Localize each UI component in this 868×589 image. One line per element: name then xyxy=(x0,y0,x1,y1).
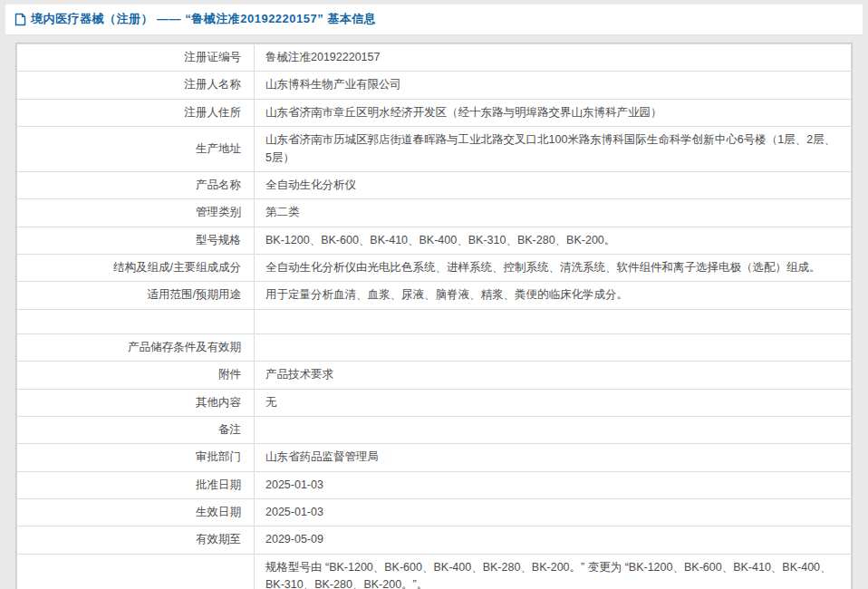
table-row: 产品名称全自动生化分析仪 xyxy=(17,171,852,198)
table-row xyxy=(17,309,852,333)
row-value: 山东博科生物产业有限公司 xyxy=(255,72,852,99)
row-label: 注册人名称 xyxy=(17,72,255,99)
row-label: 附件 xyxy=(17,362,255,389)
table-row: 注册人住所山东省济南市章丘区明水经济开发区（经十东路与明埠路交界山东博科产业园） xyxy=(17,99,852,126)
table-row: 适用范围/预期用途用于定量分析血清、血浆、尿液、脑脊液、精浆、粪便的临床化学成分… xyxy=(17,282,852,309)
table-row: 批准日期2025-01-03 xyxy=(17,471,852,498)
row-value: 山东省济南市章丘区明水经济开发区（经十东路与明埠路交界山东博科产业园） xyxy=(255,99,852,126)
registration-info-panel: 注册证编号鲁械注准20192220157注册人名称山东博科生物产业有限公司注册人… xyxy=(15,43,853,589)
row-value: 山东省药品监督管理局 xyxy=(255,444,852,471)
row-label: 产品储存条件及有效期 xyxy=(17,333,255,361)
row-label: 有效期至 xyxy=(17,526,255,554)
table-row: 型号规格BK-1200、BK-600、BK-410、BK-400、BK-310、… xyxy=(17,227,852,254)
table-row: 管理类别第二类 xyxy=(17,199,852,227)
row-label: 批准日期 xyxy=(17,471,255,498)
row-label: 变更情况 xyxy=(17,554,255,589)
row-value xyxy=(255,333,852,361)
table-row: 其他内容无 xyxy=(17,389,852,416)
row-value: 全自动生化分析仪由光电比色系统、进样系统、控制系统、清洗系统、软件组件和离子选择… xyxy=(255,255,852,282)
row-value: 鲁械注准20192220157 xyxy=(255,44,852,72)
table-row: 注册人名称山东博科生物产业有限公司 xyxy=(17,72,852,99)
row-label: 型号规格 xyxy=(17,227,255,254)
row-value: 无 xyxy=(255,389,852,416)
table-row: 附件产品技术要求 xyxy=(17,362,852,389)
row-value: 全自动生化分析仪 xyxy=(255,171,852,198)
row-value: 2025-01-03 xyxy=(255,499,852,526)
row-label: 注册证编号 xyxy=(17,44,255,72)
table-row: 生效日期2025-01-03 xyxy=(17,499,852,526)
row-label: 生产地址 xyxy=(17,127,255,172)
row-value: 2029-05-09 xyxy=(255,526,852,554)
row-label: 结构及组成/主要组成成分 xyxy=(17,255,255,282)
row-label: 适用范围/预期用途 xyxy=(17,282,255,309)
row-value: 用于定量分析血清、血浆、尿液、脑脊液、精浆、粪便的临床化学成分。 xyxy=(255,282,852,309)
table-row: 产品储存条件及有效期 xyxy=(17,333,852,361)
row-label xyxy=(17,309,255,333)
row-value: BK-1200、BK-600、BK-410、BK-400、BK-310、BK-2… xyxy=(255,227,852,254)
row-label: 其他内容 xyxy=(17,389,255,416)
table-row: 备注 xyxy=(17,416,852,443)
row-value: 2025-01-03 xyxy=(255,471,852,498)
document-icon xyxy=(14,13,26,26)
row-value xyxy=(255,416,852,443)
info-table: 注册证编号鲁械注准20192220157注册人名称山东博科生物产业有限公司注册人… xyxy=(16,43,852,589)
row-label: 产品名称 xyxy=(17,171,255,198)
row-value xyxy=(255,309,852,333)
table-row: 有效期至2029-05-09 xyxy=(17,526,852,554)
row-value: 第二类 xyxy=(255,199,852,227)
row-label: 注册人住所 xyxy=(17,99,255,126)
row-label: 管理类别 xyxy=(17,199,255,227)
table-row: 注册证编号鲁械注准20192220157 xyxy=(17,44,852,72)
row-value: 规格型号由 “BK-1200、BK-600、BK-400、BK-280、BK-2… xyxy=(255,554,852,589)
table-row: 生产地址山东省济南市历城区郭店街道春晖路与工业北路交叉口北100米路东博科国际生… xyxy=(17,127,852,172)
row-value: 山东省济南市历城区郭店街道春晖路与工业北路交叉口北100米路东博科国际生命科学创… xyxy=(255,127,852,172)
row-label: 审批部门 xyxy=(17,444,255,471)
row-value: 产品技术要求 xyxy=(255,362,852,389)
page-title: 境内医疗器械（注册） —— “鲁械注准20192220157” 基本信息 xyxy=(31,11,376,27)
table-row: 结构及组成/主要组成成分全自动生化分析仪由光电比色系统、进样系统、控制系统、清洗… xyxy=(17,255,852,282)
table-row: 审批部门山东省药品监督管理局 xyxy=(17,444,852,471)
page-header: 境内医疗器械（注册） —— “鲁械注准20192220157” 基本信息 xyxy=(5,5,863,35)
row-label: 备注 xyxy=(17,416,255,443)
row-label: 生效日期 xyxy=(17,499,255,526)
table-row: 变更情况规格型号由 “BK-1200、BK-600、BK-400、BK-280、… xyxy=(17,554,852,589)
info-table-body: 注册证编号鲁械注准20192220157注册人名称山东博科生物产业有限公司注册人… xyxy=(17,44,852,589)
